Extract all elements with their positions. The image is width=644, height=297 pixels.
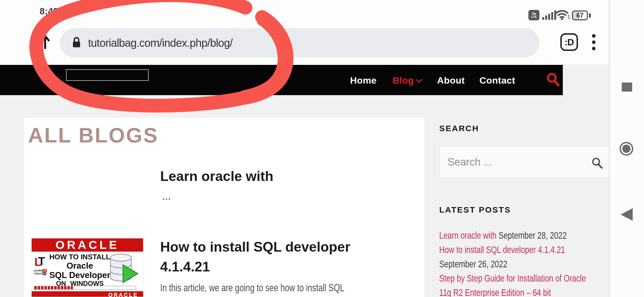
post-date: September 28, 2022 (498, 230, 566, 241)
thumb-bottom-banner: ORACLE (32, 291, 143, 297)
site-search-icon[interactable] (547, 73, 560, 89)
battery-percent: 67 (573, 12, 587, 19)
phone-screenshot: 8:49AM Vo LTE (0, 0, 644, 297)
browser-menu-button[interactable] (592, 34, 596, 50)
sidebar-search-widget (439, 146, 609, 178)
list-item: Learn oracle with September 28, 2022 (439, 230, 586, 244)
android-nav-bar (609, 0, 644, 297)
status-time-value: 8:49 (40, 6, 58, 16)
url-text[interactable]: tutorialbag.com/index.php/blog/ (88, 37, 233, 49)
battery-icon: 67 (572, 10, 588, 20)
article-title-learn-oracle[interactable]: Learn oracle with (160, 168, 273, 184)
nav-link-blog[interactable]: Blog (392, 75, 414, 86)
article-excerpt-dots: ... (162, 190, 171, 202)
post-link[interactable]: How to install SQL developer 4.1.4.21 (439, 244, 565, 255)
nav-link-contact[interactable]: Contact (479, 75, 515, 86)
list-item: September 26, 2022 (439, 258, 586, 273)
list-item: 11g R2 Enterprise Edition – 64 bit (439, 287, 586, 297)
learn-today-logo: L T LEARNCO TODAYDE (34, 255, 48, 276)
lock-icon (72, 37, 81, 49)
signal-strength-icon (542, 9, 556, 20)
wifi-icon (555, 9, 570, 21)
post-link[interactable]: Learn oracle with (439, 230, 496, 241)
list-item: How to install SQL developer 4.1.4.21 (439, 244, 586, 258)
list-item: Step by Step Guide for Installation of O… (439, 273, 586, 287)
article-thumbnail-oracle-sql-developer[interactable]: ORACLE HOW TO INSTALL Oracle SQL Develop… (31, 238, 143, 297)
article-excerpt-line1: In this article, we are going to see how… (160, 282, 344, 294)
article-title-sql-developer[interactable]: How to install SQL developer 4.1.4.21 (160, 237, 350, 277)
nav-link-about[interactable]: About (437, 75, 465, 86)
sidebar-search-title: SEARCH (439, 124, 479, 133)
article-excerpt-line2: Developer 4.1.4.21 Installation and how … (160, 295, 317, 297)
search-submit-icon[interactable] (592, 157, 603, 170)
post-link[interactable]: Step by Step Guide for Installation of O… (439, 273, 586, 284)
home-button[interactable] (620, 142, 633, 156)
post-date: September 26, 2022 (439, 258, 507, 269)
back-button[interactable] (621, 208, 633, 221)
chevron-down-icon[interactable] (416, 77, 422, 83)
up-arrow-icon[interactable] (40, 35, 50, 50)
status-time: 8:49AM (40, 6, 74, 16)
nav-link-home[interactable]: Home (350, 75, 376, 86)
search-input[interactable] (447, 146, 580, 178)
battery-nub (589, 13, 591, 18)
tab-switcher-button[interactable]: :D (560, 33, 578, 51)
site-header: Home Blog About Contact (0, 65, 563, 95)
browser-window: 8:49AM Vo LTE (0, 0, 609, 297)
page-title: ALL BLOGS (28, 123, 159, 147)
blog-list-panel: ALL BLOGS Learn oracle with ... ORACLE H… (24, 118, 424, 297)
site-logo-placeholder[interactable] (66, 69, 149, 81)
sidebar-latest-posts-title: LATEST POSTS (439, 205, 511, 215)
thumb-progress-bar (34, 286, 136, 290)
post-link[interactable]: 11g R2 Enterprise Edition – 64 bit (439, 287, 551, 297)
volte-icon: Vo LTE (528, 10, 539, 20)
database-play-icon (109, 253, 139, 285)
status-time-suffix: AM (61, 7, 74, 16)
thumb-top-banner: ORACLE (32, 238, 143, 252)
recents-button[interactable] (622, 82, 632, 92)
url-bar[interactable]: tutorialbag.com/index.php/blog/ (60, 28, 539, 57)
browser-chrome: 8:49AM Vo LTE (0, 0, 609, 65)
latest-posts-list: Learn oracle with September 28, 2022 How… (439, 230, 609, 297)
